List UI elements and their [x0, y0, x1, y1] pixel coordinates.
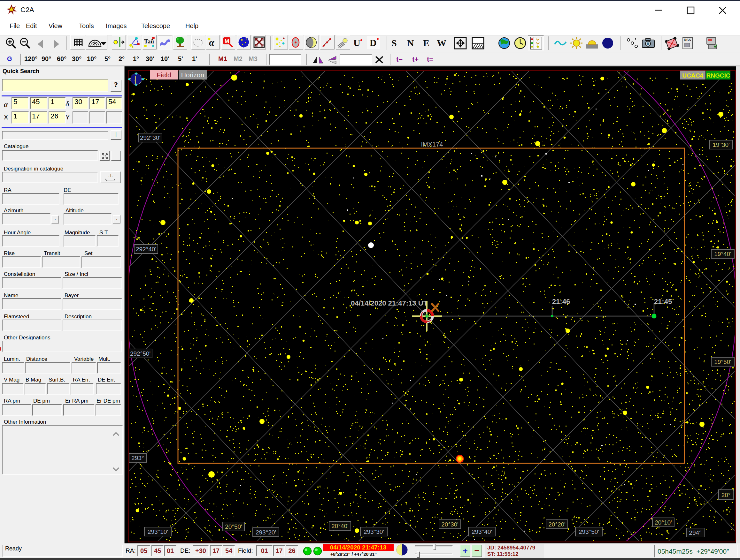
- svg-text:19°30': 19°30': [713, 141, 730, 148]
- svg-text:292°50': 292°50': [130, 350, 151, 357]
- svg-text:293°40': 293°40': [472, 528, 492, 535]
- svg-text:RNGCIC: RNGCIC: [707, 72, 730, 79]
- svg-text:.T.: .T.: [108, 173, 113, 178]
- svg-text:20°50': 20°50': [225, 523, 242, 530]
- svg-text:20°30': 20°30': [441, 521, 459, 528]
- svg-text:293°: 293°: [131, 455, 144, 461]
- svg-text:20°20': 20°20': [548, 521, 566, 528]
- svg-text:U: U: [353, 37, 360, 48]
- svg-text:294°: 294°: [689, 529, 701, 536]
- svg-text:DSS: DSS: [684, 38, 691, 42]
- svg-text:292°40': 292°40': [136, 246, 156, 252]
- svg-text:D: D: [370, 37, 377, 48]
- svg-text:21:46: 21:46: [552, 298, 570, 306]
- svg-text:04/14/2020 21:47:13 UT: 04/14/2020 21:47:13 UT: [351, 299, 428, 307]
- svg-text:IMX174: IMX174: [421, 141, 443, 148]
- svg-text:293°30': 293°30': [364, 528, 384, 535]
- svg-text:292°30': 292°30': [140, 134, 160, 141]
- svg-text:20°10': 20°10': [655, 519, 672, 526]
- svg-text:Field: Field: [157, 71, 171, 79]
- svg-text:20°: 20°: [722, 492, 731, 498]
- svg-text:M: M: [224, 38, 229, 44]
- svg-text:21:45: 21:45: [654, 298, 672, 306]
- svg-text:19°50': 19°50': [714, 358, 731, 365]
- svg-text:Horizon: Horizon: [181, 71, 204, 79]
- svg-text:UCAC4: UCAC4: [682, 72, 703, 79]
- svg-text:293°50': 293°50': [579, 528, 599, 535]
- svg-text:293°20': 293°20': [256, 529, 276, 536]
- svg-text:19°40': 19°40': [714, 251, 731, 257]
- svg-text:20°40': 20°40': [331, 523, 349, 529]
- svg-text:293°10': 293°10': [148, 528, 168, 535]
